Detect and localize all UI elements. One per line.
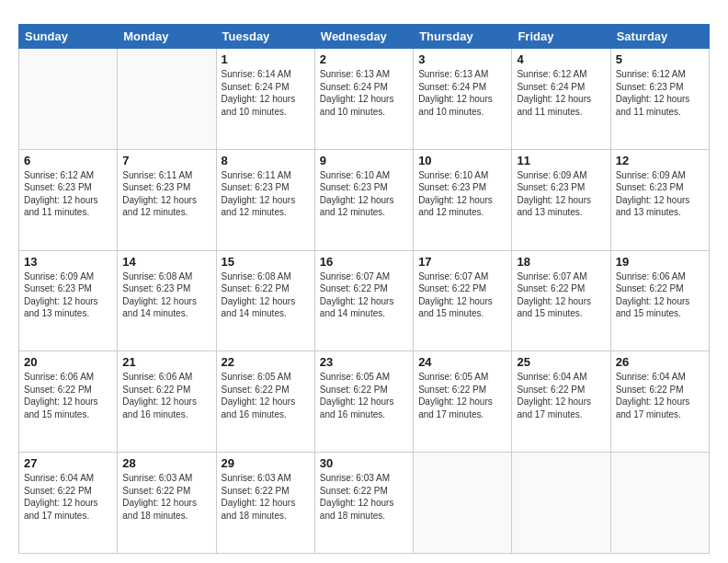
day-info: Sunrise: 6:04 AM Sunset: 6:22 PM Dayligh…: [517, 371, 605, 420]
day-info: Sunrise: 6:08 AM Sunset: 6:22 PM Dayligh…: [222, 270, 310, 320]
calendar-week-3: 13Sunrise: 6:09 AM Sunset: 6:23 PM Dayli…: [19, 250, 710, 351]
day-info: Sunrise: 6:05 AM Sunset: 6:22 PM Dayligh…: [320, 371, 408, 420]
calendar-header-sunday: Sunday: [19, 25, 118, 49]
day-info: Sunrise: 6:10 AM Sunset: 6:23 PM Dayligh…: [320, 169, 408, 219]
calendar-cell: [19, 49, 118, 150]
calendar-cell: 11Sunrise: 6:09 AM Sunset: 6:23 PM Dayli…: [512, 149, 610, 250]
day-info: Sunrise: 6:07 AM Sunset: 6:22 PM Dayligh…: [517, 270, 605, 320]
day-number: 2: [320, 52, 408, 66]
calendar-cell: 13Sunrise: 6:09 AM Sunset: 6:23 PM Dayli…: [19, 250, 118, 351]
calendar-week-2: 6Sunrise: 6:12 AM Sunset: 6:23 PM Daylig…: [19, 149, 710, 250]
calendar-cell: 30Sunrise: 6:03 AM Sunset: 6:22 PM Dayli…: [314, 453, 413, 554]
calendar-cell: 23Sunrise: 6:05 AM Sunset: 6:22 PM Dayli…: [314, 351, 413, 453]
calendar-cell: 14Sunrise: 6:08 AM Sunset: 6:23 PM Dayli…: [118, 250, 216, 351]
calendar-cell: 7Sunrise: 6:11 AM Sunset: 6:23 PM Daylig…: [118, 149, 216, 250]
day-number: 15: [222, 255, 310, 269]
day-number: 1: [222, 52, 310, 66]
day-number: 8: [222, 154, 310, 167]
calendar-week-1: 1Sunrise: 6:14 AM Sunset: 6:24 PM Daylig…: [19, 49, 710, 150]
day-number: 20: [24, 355, 112, 369]
day-number: 3: [418, 52, 506, 66]
day-number: 13: [24, 255, 112, 269]
calendar-cell: 4Sunrise: 6:12 AM Sunset: 6:24 PM Daylig…: [512, 49, 610, 150]
calendar-header-wednesday: Wednesday: [314, 25, 413, 49]
day-info: Sunrise: 6:08 AM Sunset: 6:23 PM Dayligh…: [122, 270, 210, 320]
day-number: 9: [320, 154, 408, 167]
calendar-week-5: 27Sunrise: 6:04 AM Sunset: 6:22 PM Dayli…: [19, 453, 710, 554]
day-info: Sunrise: 6:06 AM Sunset: 6:22 PM Dayligh…: [616, 270, 704, 320]
day-number: 28: [122, 456, 210, 470]
day-info: Sunrise: 6:03 AM Sunset: 6:22 PM Dayligh…: [122, 472, 210, 522]
day-info: Sunrise: 6:12 AM Sunset: 6:23 PM Dayligh…: [24, 169, 112, 219]
day-number: 17: [418, 255, 506, 269]
day-info: Sunrise: 6:13 AM Sunset: 6:24 PM Dayligh…: [320, 68, 408, 118]
calendar-cell: 2Sunrise: 6:13 AM Sunset: 6:24 PM Daylig…: [314, 49, 413, 150]
day-number: 14: [122, 255, 210, 269]
calendar-table: SundayMondayTuesdayWednesdayThursdayFrid…: [18, 24, 710, 554]
calendar-cell: 12Sunrise: 6:09 AM Sunset: 6:23 PM Dayli…: [610, 149, 709, 250]
day-number: 6: [24, 154, 112, 167]
calendar-week-4: 20Sunrise: 6:06 AM Sunset: 6:22 PM Dayli…: [19, 351, 710, 453]
calendar-cell: 9Sunrise: 6:10 AM Sunset: 6:23 PM Daylig…: [314, 149, 413, 250]
day-info: Sunrise: 6:12 AM Sunset: 6:24 PM Dayligh…: [517, 68, 605, 118]
calendar-cell: 29Sunrise: 6:03 AM Sunset: 6:22 PM Dayli…: [216, 453, 314, 554]
page: General Blue SundayMondayTuesdayWednesda…: [0, 0, 728, 563]
day-number: 11: [517, 154, 605, 167]
day-info: Sunrise: 6:09 AM Sunset: 6:23 PM Dayligh…: [24, 270, 112, 320]
calendar-cell: [414, 453, 512, 554]
calendar-cell: 8Sunrise: 6:11 AM Sunset: 6:23 PM Daylig…: [216, 149, 314, 250]
day-info: Sunrise: 6:14 AM Sunset: 6:24 PM Dayligh…: [222, 68, 310, 118]
calendar-cell: [512, 453, 610, 554]
day-info: Sunrise: 6:03 AM Sunset: 6:22 PM Dayligh…: [320, 472, 408, 522]
calendar-header-saturday: Saturday: [610, 25, 709, 49]
calendar-cell: 10Sunrise: 6:10 AM Sunset: 6:23 PM Dayli…: [414, 149, 512, 250]
day-number: 23: [320, 355, 408, 369]
calendar-cell: 22Sunrise: 6:05 AM Sunset: 6:22 PM Dayli…: [216, 351, 314, 453]
day-info: Sunrise: 6:05 AM Sunset: 6:22 PM Dayligh…: [418, 371, 506, 420]
calendar-cell: 16Sunrise: 6:07 AM Sunset: 6:22 PM Dayli…: [314, 250, 413, 351]
day-number: 24: [418, 355, 506, 369]
calendar-cell: 26Sunrise: 6:04 AM Sunset: 6:22 PM Dayli…: [610, 351, 709, 453]
calendar-cell: 17Sunrise: 6:07 AM Sunset: 6:22 PM Dayli…: [414, 250, 512, 351]
day-number: 22: [222, 355, 310, 369]
day-number: 25: [517, 355, 605, 369]
calendar-header-tuesday: Tuesday: [216, 25, 314, 49]
calendar-cell: 19Sunrise: 6:06 AM Sunset: 6:22 PM Dayli…: [610, 250, 709, 351]
day-number: 19: [616, 255, 704, 269]
day-info: Sunrise: 6:11 AM Sunset: 6:23 PM Dayligh…: [122, 169, 210, 219]
day-number: 4: [517, 52, 605, 66]
calendar-cell: [118, 49, 216, 150]
day-number: 21: [122, 355, 210, 369]
calendar-cell: 6Sunrise: 6:12 AM Sunset: 6:23 PM Daylig…: [19, 149, 118, 250]
day-info: Sunrise: 6:07 AM Sunset: 6:22 PM Dayligh…: [418, 270, 506, 320]
day-info: Sunrise: 6:12 AM Sunset: 6:23 PM Dayligh…: [616, 68, 704, 118]
day-info: Sunrise: 6:10 AM Sunset: 6:23 PM Dayligh…: [418, 169, 506, 219]
calendar-cell: 3Sunrise: 6:13 AM Sunset: 6:24 PM Daylig…: [414, 49, 512, 150]
calendar-cell: 15Sunrise: 6:08 AM Sunset: 6:22 PM Dayli…: [216, 250, 314, 351]
day-info: Sunrise: 6:06 AM Sunset: 6:22 PM Dayligh…: [122, 371, 210, 420]
calendar-cell: 5Sunrise: 6:12 AM Sunset: 6:23 PM Daylig…: [610, 49, 709, 150]
calendar-cell: 20Sunrise: 6:06 AM Sunset: 6:22 PM Dayli…: [19, 351, 118, 453]
calendar-cell: 1Sunrise: 6:14 AM Sunset: 6:24 PM Daylig…: [216, 49, 314, 150]
day-number: 30: [320, 456, 408, 470]
day-number: 26: [616, 355, 704, 369]
day-number: 29: [222, 456, 310, 470]
day-info: Sunrise: 6:04 AM Sunset: 6:22 PM Dayligh…: [24, 472, 112, 522]
day-number: 18: [517, 255, 605, 269]
day-number: 27: [24, 456, 112, 470]
day-info: Sunrise: 6:03 AM Sunset: 6:22 PM Dayligh…: [222, 472, 310, 522]
day-number: 12: [616, 154, 704, 167]
calendar-cell: 25Sunrise: 6:04 AM Sunset: 6:22 PM Dayli…: [512, 351, 610, 453]
day-number: 10: [418, 154, 506, 167]
day-info: Sunrise: 6:06 AM Sunset: 6:22 PM Dayligh…: [24, 371, 112, 420]
calendar-cell: 21Sunrise: 6:06 AM Sunset: 6:22 PM Dayli…: [118, 351, 216, 453]
calendar-header-monday: Monday: [118, 25, 216, 49]
calendar-cell: 28Sunrise: 6:03 AM Sunset: 6:22 PM Dayli…: [118, 453, 216, 554]
calendar-cell: 24Sunrise: 6:05 AM Sunset: 6:22 PM Dayli…: [414, 351, 512, 453]
day-info: Sunrise: 6:05 AM Sunset: 6:22 PM Dayligh…: [222, 371, 310, 420]
day-info: Sunrise: 6:04 AM Sunset: 6:22 PM Dayligh…: [616, 371, 704, 420]
day-info: Sunrise: 6:09 AM Sunset: 6:23 PM Dayligh…: [517, 169, 605, 219]
day-info: Sunrise: 6:07 AM Sunset: 6:22 PM Dayligh…: [320, 270, 408, 320]
calendar-header-friday: Friday: [512, 25, 610, 49]
day-number: 16: [320, 255, 408, 269]
